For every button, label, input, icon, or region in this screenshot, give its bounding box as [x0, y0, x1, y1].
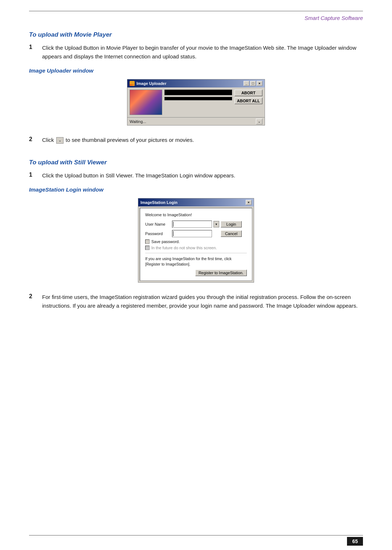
future-row: In the future do not show this screen.: [145, 246, 247, 250]
username-label: User Name: [145, 222, 171, 226]
step-num-1: 1: [29, 44, 36, 61]
imagestation-login-window: ImageStation Login × Welcome to ImageSta…: [138, 198, 254, 283]
uploader-subsection-label: Image Uploader window: [29, 67, 363, 74]
uploader-app-icon: [130, 81, 135, 86]
save-password-label: Save password.: [151, 239, 180, 244]
abort-all-button[interactable]: ABORT ALL: [234, 98, 262, 104]
section2-step2-text: For first-time users, the ImageStation r…: [42, 293, 363, 310]
uploader-status-bar: Waiting... ⌄: [127, 117, 265, 125]
uploader-buttons: ABORT ABORT ALL: [234, 90, 262, 115]
step2-text-before: Click: [42, 137, 54, 143]
step2-text: Click ⌄ to see thumbnail previews of you…: [42, 136, 194, 144]
section1-heading: To upload with Movie Player: [29, 31, 363, 38]
save-password-row: Save password.: [145, 239, 247, 244]
thumbnail-preview-icon[interactable]: ⌄: [56, 137, 64, 144]
uploader-preview-image: [130, 90, 162, 115]
image-uploader-window: Image Uploader _ □ × ABORT ABORT ALL Wai: [127, 79, 265, 126]
bottom-rule: [29, 535, 363, 535]
login-body: Welcome to ImageStation! User Name ▼ Log…: [140, 208, 252, 281]
section2-heading: To upload with Still Viewer: [29, 159, 363, 166]
save-password-checkbox[interactable]: [145, 239, 150, 244]
expand-icon: ⌄: [258, 119, 261, 123]
step1-text: Click the Upload Button in Movie Player …: [42, 44, 363, 61]
close-button[interactable]: ×: [257, 81, 262, 86]
register-button[interactable]: Register to ImageStation.: [195, 270, 247, 276]
minimize-button[interactable]: _: [244, 81, 249, 86]
cursor: [173, 222, 173, 227]
uploader-titlebar: Image Uploader _ □ ×: [127, 79, 265, 87]
uploader-progress-area: [164, 90, 232, 115]
upload-secondary-bar: [164, 97, 232, 100]
username-input[interactable]: [172, 221, 212, 228]
password-input[interactable]: [172, 230, 212, 237]
step2-text-after: to see thumbnail previews of your pictur…: [66, 137, 194, 143]
register-btn-row: Register to ImageStation.: [145, 270, 247, 276]
section2-step2: 2 For first-time users, the ImageStation…: [29, 293, 363, 310]
step-num-s2: 2: [29, 293, 36, 310]
future-label: In the future do not show this screen.: [151, 246, 217, 250]
page-number: 65: [347, 537, 363, 546]
uploader-titlebar-left: Image Uploader: [130, 81, 167, 86]
login-subsection-label: ImageStation Login window: [29, 186, 363, 193]
top-rule: [29, 11, 363, 11]
username-row: User Name ▼ Login: [145, 221, 247, 228]
page-container: Smart Capture Software To upload with Mo…: [0, 0, 392, 550]
info-text: If you are using ImageStation for the fi…: [145, 256, 247, 267]
upload-progress-bar: [164, 90, 232, 95]
upload-progress-fill: [165, 90, 232, 95]
step-num-2a: 2: [29, 136, 36, 144]
future-checkbox[interactable]: [145, 246, 150, 250]
login-titlebar: ImageStation Login ×: [138, 198, 254, 206]
password-cursor: [173, 231, 173, 236]
password-label: Password: [145, 231, 171, 236]
maximize-button[interactable]: □: [250, 81, 256, 86]
brand-name: Smart Capture Software: [29, 15, 363, 21]
section2-step1: 1 Click the Upload button in Still Viewe…: [29, 171, 363, 180]
expand-button[interactable]: ⌄: [256, 119, 262, 124]
uploader-body: ABORT ABORT ALL: [127, 87, 265, 117]
password-row: Password Cancel: [145, 230, 247, 237]
login-close-button[interactable]: ×: [246, 200, 252, 205]
section1-step2: 2 Click ⌄ to see thumbnail previews of y…: [29, 136, 363, 144]
titlebar-controls: _ □ ×: [244, 81, 262, 86]
login-button[interactable]: Login: [221, 221, 242, 227]
welcome-text: Welcome to ImageStation!: [145, 213, 247, 217]
section1-step1: 1 Click the Upload Button in Movie Playe…: [29, 44, 363, 61]
abort-button[interactable]: ABORT: [234, 90, 262, 96]
step-num-s1: 1: [29, 171, 36, 180]
username-dropdown-arrow[interactable]: ▼: [213, 221, 219, 227]
section2-step1-text: Click the Upload button in Still Viewer.…: [42, 171, 235, 180]
uploader-title: Image Uploader: [136, 81, 167, 86]
uploader-status-text: Waiting...: [130, 119, 146, 124]
login-window-title: ImageStation Login: [140, 200, 177, 205]
form-divider: [145, 253, 247, 253]
cancel-button[interactable]: Cancel: [221, 230, 242, 237]
